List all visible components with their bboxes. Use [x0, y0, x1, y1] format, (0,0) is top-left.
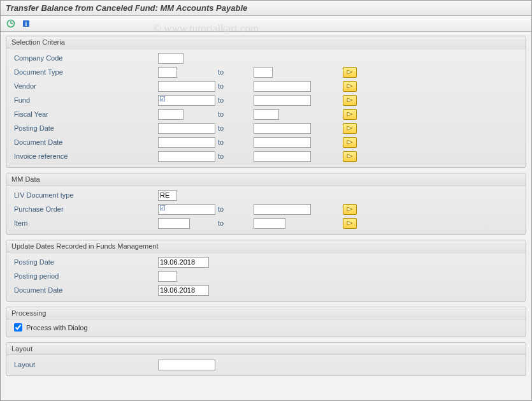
invoice-ref-to-field[interactable]	[254, 151, 311, 162]
label-update-document-date: Document Date	[11, 286, 158, 294]
label-invoice-ref: Invoice reference	[11, 152, 158, 160]
group-title-processing: Processing	[6, 307, 526, 319]
label-fund: Fund	[11, 96, 158, 104]
vendor-to-field[interactable]	[254, 81, 311, 92]
document-date-to-field[interactable]	[254, 137, 311, 148]
fund-from-field[interactable]	[158, 95, 215, 106]
execute-button[interactable]	[4, 18, 17, 29]
multi-select-document-type[interactable]	[343, 67, 357, 78]
item-to-field[interactable]	[254, 218, 285, 229]
group-layout: Layout Layout	[6, 342, 526, 376]
company-code-field[interactable]	[158, 53, 183, 64]
fiscal-year-from-field[interactable]	[158, 109, 183, 120]
label-posting-period: Posting period	[11, 272, 158, 280]
group-title-mm: MM Data	[6, 173, 526, 186]
label-liv-doc-type: LIV Document type	[11, 191, 158, 199]
purchase-order-from-field[interactable]	[158, 204, 215, 215]
group-selection-criteria: Selection Criteria Company Code Document…	[6, 36, 526, 168]
posting-period-field[interactable]	[158, 271, 177, 282]
liv-doc-type-field[interactable]	[158, 190, 177, 201]
invoice-ref-from-field[interactable]	[158, 151, 215, 162]
content-area: Selection Criteria Company Code Document…	[1, 32, 531, 380]
toolbar: i	[1, 16, 531, 32]
multi-select-item[interactable]	[343, 218, 357, 229]
page-title: Transfer Balance from Canceled Fund: MM …	[6, 3, 247, 13]
title-bar: Transfer Balance from Canceled Fund: MM …	[1, 1, 531, 16]
posting-date-to-field[interactable]	[254, 123, 311, 134]
item-from-field[interactable]	[158, 218, 190, 229]
multi-select-posting-date[interactable]	[343, 123, 357, 134]
label-vendor: Vendor	[11, 82, 158, 90]
group-title-update: Update Dates Recorded in Funds Managemen…	[6, 240, 526, 252]
label-update-posting-date: Posting Date	[11, 258, 158, 266]
to-label: to	[215, 124, 254, 132]
update-document-date-field[interactable]	[158, 285, 209, 296]
layout-field[interactable]	[158, 360, 215, 370]
update-posting-date-field[interactable]	[158, 257, 209, 268]
label-company-code: Company Code	[11, 54, 158, 62]
to-label: to	[215, 219, 254, 227]
document-type-from-field[interactable]	[158, 67, 177, 78]
to-label: to	[215, 110, 254, 118]
label-layout: Layout	[11, 361, 158, 368]
fiscal-year-to-field[interactable]	[254, 109, 279, 120]
label-item: Item	[11, 219, 158, 227]
svg-text:i: i	[25, 20, 27, 27]
to-label: to	[215, 205, 254, 213]
to-label: to	[215, 68, 254, 76]
multi-select-document-date[interactable]	[343, 137, 357, 148]
document-type-to-field[interactable]	[254, 67, 273, 78]
group-title-layout: Layout	[6, 343, 526, 355]
label-document-type: Document Type	[11, 68, 158, 76]
label-process-dialog: Process with Dialog	[26, 324, 88, 332]
group-mm-data: MM Data LIV Document type Purchase Order…	[6, 173, 526, 235]
info-button[interactable]: i	[20, 18, 32, 29]
process-dialog-checkbox[interactable]	[14, 323, 22, 332]
document-date-from-field[interactable]	[158, 137, 215, 148]
group-processing: Processing Process with Dialog	[6, 307, 526, 337]
vendor-from-field[interactable]	[158, 81, 215, 92]
group-title-selection: Selection Criteria	[6, 36, 526, 48]
to-label: to	[215, 82, 254, 90]
label-document-date: Document Date	[11, 138, 158, 146]
to-label: to	[215, 96, 254, 104]
multi-select-invoice-ref[interactable]	[343, 151, 357, 162]
posting-date-from-field[interactable]	[158, 123, 215, 134]
fund-to-field[interactable]	[254, 95, 311, 106]
purchase-order-to-field[interactable]	[254, 204, 311, 215]
label-purchase-order: Purchase Order	[11, 205, 158, 213]
group-update-dates: Update Dates Recorded in Funds Managemen…	[6, 240, 526, 302]
multi-select-purchase-order[interactable]	[343, 204, 357, 215]
to-label: to	[215, 138, 254, 146]
multi-select-vendor[interactable]	[343, 81, 357, 92]
multi-select-fund[interactable]	[343, 95, 357, 106]
to-label: to	[215, 152, 254, 160]
label-fiscal-year: Fiscal Year	[11, 110, 158, 118]
label-posting-date: Posting Date	[11, 124, 158, 132]
multi-select-fiscal-year[interactable]	[343, 109, 357, 120]
